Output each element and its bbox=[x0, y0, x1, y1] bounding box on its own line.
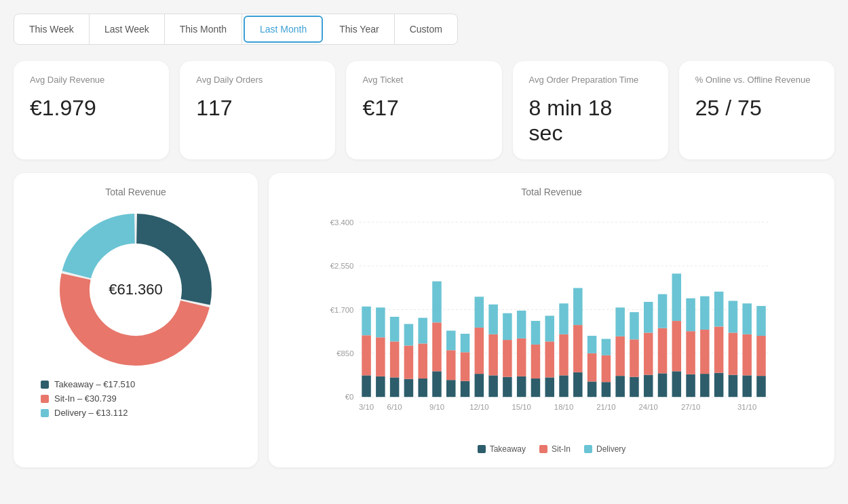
bar-takeaway-25 bbox=[714, 373, 724, 398]
bar-legend-item-delivery: Delivery bbox=[584, 444, 625, 454]
bar-sitin-22 bbox=[672, 321, 682, 371]
bar-takeaway-2 bbox=[390, 377, 400, 397]
bar-takeaway-13 bbox=[545, 377, 554, 397]
bar-chart-card: Total Revenue €0€850€1.700€2.550€3.4003/… bbox=[269, 173, 834, 467]
bar-takeaway-4 bbox=[418, 379, 427, 397]
x-axis-label: 6/10 bbox=[387, 403, 402, 411]
bar-chart-svg: €0€850€1.700€2.550€3.4003/106/109/1012/1… bbox=[282, 208, 821, 439]
bar-delivery-8 bbox=[475, 296, 484, 327]
bar-takeaway-1 bbox=[376, 376, 385, 397]
bar-delivery-2 bbox=[390, 317, 400, 341]
filter-btn-custom[interactable]: Custom bbox=[395, 14, 457, 44]
filter-btn-this-week[interactable]: This Week bbox=[14, 14, 90, 44]
bar-sitin-25 bbox=[714, 326, 724, 372]
y-axis-label: €3.400 bbox=[330, 218, 354, 227]
x-axis-label: 18/10 bbox=[554, 403, 573, 411]
bar-takeaway-27 bbox=[742, 375, 752, 397]
bar-legend-dot bbox=[539, 445, 547, 453]
filter-btn-last-week[interactable]: Last Week bbox=[90, 14, 165, 44]
bar-takeaway-11 bbox=[517, 376, 526, 397]
bar-takeaway-12 bbox=[531, 379, 541, 397]
bar-sitin-1 bbox=[376, 337, 385, 376]
donut-wrapper: €61.360 bbox=[54, 208, 217, 371]
bar-chart-area: €0€850€1.700€2.550€3.4003/106/109/1012/1… bbox=[282, 208, 821, 439]
bar-sitin-13 bbox=[545, 341, 554, 377]
bar-sitin-17 bbox=[602, 355, 611, 382]
x-axis-label: 9/10 bbox=[429, 403, 444, 411]
bar-legend-dot bbox=[584, 445, 592, 453]
stat-card-4: % Online vs. Offline Revenue 25 / 75 bbox=[679, 61, 834, 159]
filter-btn-last-month[interactable]: Last Month bbox=[244, 16, 323, 43]
legend-item-sit-in: Sit-In – €30.739 bbox=[41, 393, 135, 404]
bar-takeaway-18 bbox=[615, 376, 625, 397]
donut-legend: Takeaway – €17.510Sit-In – €30.739Delive… bbox=[27, 379, 135, 422]
bar-sitin-28 bbox=[756, 336, 766, 376]
bar-delivery-10 bbox=[503, 313, 512, 340]
x-axis-label: 27/10 bbox=[681, 403, 700, 411]
y-axis-label: €2.550 bbox=[330, 262, 354, 270]
bar-legend-dot bbox=[478, 445, 486, 453]
stat-label-3: Avg Order Preparation Time bbox=[529, 75, 652, 85]
bar-takeaway-24 bbox=[700, 374, 710, 397]
bar-delivery-24 bbox=[700, 296, 710, 330]
bar-delivery-0 bbox=[362, 307, 371, 335]
bar-delivery-5 bbox=[432, 282, 442, 323]
donut-segment-delivery bbox=[77, 229, 135, 275]
bar-delivery-11 bbox=[517, 311, 526, 338]
filter-bar: This WeekLast WeekThis MonthLast MonthTh… bbox=[14, 14, 458, 45]
bar-delivery-16 bbox=[587, 336, 597, 353]
bar-delivery-3 bbox=[404, 324, 414, 346]
bar-delivery-20 bbox=[644, 302, 653, 332]
bar-sitin-7 bbox=[461, 352, 470, 381]
legend-dot bbox=[41, 409, 49, 417]
bar-takeaway-3 bbox=[404, 379, 414, 398]
bar-takeaway-21 bbox=[658, 373, 668, 397]
bar-legend-item-takeaway: Takeaway bbox=[478, 444, 526, 454]
donut-chart-title: Total Revenue bbox=[27, 187, 244, 197]
bar-takeaway-19 bbox=[630, 377, 639, 398]
bar-takeaway-10 bbox=[503, 377, 512, 398]
bar-chart-title: Total Revenue bbox=[282, 187, 821, 197]
bar-takeaway-22 bbox=[672, 371, 682, 397]
bar-delivery-6 bbox=[446, 330, 456, 350]
stats-row: Avg Daily Revenue €1.979 Avg Daily Order… bbox=[14, 61, 834, 159]
bar-sitin-18 bbox=[615, 336, 625, 376]
bar-delivery-25 bbox=[714, 292, 724, 327]
donut-chart-card: Total Revenue €61.360 Takeaway – €17.510… bbox=[14, 173, 258, 467]
x-axis-label: 3/10 bbox=[359, 403, 374, 411]
bar-takeaway-5 bbox=[432, 371, 442, 397]
charts-row: Total Revenue €61.360 Takeaway – €17.510… bbox=[14, 173, 834, 467]
filter-btn-this-month[interactable]: This Month bbox=[165, 14, 242, 44]
bar-sitin-5 bbox=[432, 322, 442, 371]
filter-btn-this-year[interactable]: This Year bbox=[324, 14, 394, 44]
bar-takeaway-17 bbox=[602, 382, 611, 397]
bar-sitin-27 bbox=[742, 334, 752, 376]
bar-takeaway-6 bbox=[446, 380, 456, 397]
bar-delivery-14 bbox=[559, 303, 568, 334]
bar-takeaway-26 bbox=[729, 375, 738, 398]
bar-delivery-28 bbox=[756, 306, 766, 336]
donut-container: €61.360 Takeaway – €17.510Sit-In – €30.7… bbox=[27, 208, 244, 422]
legend-item-delivery: Delivery – €13.112 bbox=[41, 408, 135, 418]
bar-sitin-2 bbox=[390, 341, 400, 377]
y-axis-label: €1.700 bbox=[330, 306, 354, 314]
bar-takeaway-20 bbox=[644, 375, 653, 398]
bar-delivery-27 bbox=[742, 303, 752, 334]
bar-delivery-9 bbox=[488, 305, 498, 334]
bar-sitin-20 bbox=[644, 332, 653, 374]
stat-label-4: % Online vs. Offline Revenue bbox=[695, 75, 818, 85]
stat-value-0: €1.979 bbox=[30, 96, 153, 121]
bar-takeaway-8 bbox=[475, 374, 484, 397]
bar-sitin-24 bbox=[700, 330, 710, 374]
bar-sitin-6 bbox=[446, 350, 456, 380]
legend-item-takeaway: Takeaway – €17.510 bbox=[41, 379, 135, 389]
stat-value-2: €17 bbox=[362, 96, 485, 121]
stat-value-3: 8 min 18 sec bbox=[529, 96, 652, 146]
bar-delivery-22 bbox=[672, 273, 682, 321]
stat-card-2: Avg Ticket €17 bbox=[346, 61, 501, 159]
donut-center-label: €61.360 bbox=[109, 281, 163, 298]
bar-delivery-18 bbox=[615, 307, 625, 336]
x-axis-label: 24/10 bbox=[639, 403, 658, 411]
bar-sitin-23 bbox=[686, 331, 695, 374]
x-axis-label: 12/10 bbox=[469, 403, 488, 411]
